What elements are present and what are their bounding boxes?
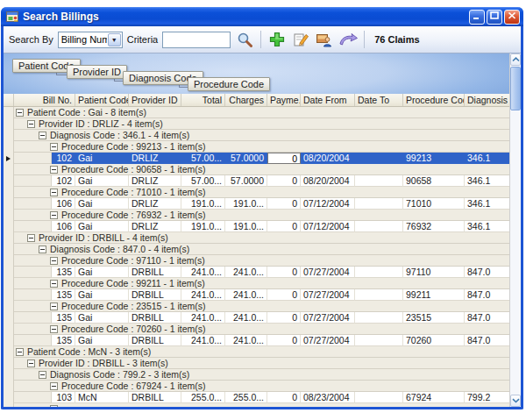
cell-charges[interactable]: 241.0... (225, 312, 267, 324)
cell-date-to[interactable] (355, 175, 403, 187)
cell-date-from[interactable]: 08/20/2004 (301, 153, 355, 164)
cell-date-from[interactable]: 08/20/2004 (301, 175, 355, 187)
cell-total[interactable]: 57.00... (181, 175, 225, 187)
group-by-box-provider-id[interactable]: Provider ID (67, 65, 127, 79)
cell-date-from[interactable]: 07/27/2004 (301, 312, 355, 324)
cell-charges[interactable]: 57.0000 (225, 175, 267, 187)
cell-date-from[interactable]: 07/12/2004 (301, 221, 355, 232)
column-header-diagnosis-code[interactable]: Diagnosis Code (465, 94, 510, 106)
cell-date-from[interactable]: 07/27/2004 (301, 289, 355, 301)
cell-date-to[interactable] (355, 267, 403, 278)
group-row-band[interactable]: Procedure Code : 71010 - 1 item(s) (14, 187, 510, 198)
collapse-expand-box[interactable] (39, 246, 46, 253)
collapse-expand-box[interactable] (50, 325, 58, 333)
cell-date-to[interactable] (355, 221, 403, 232)
column-header-provider-id[interactable]: Provider ID (129, 94, 181, 106)
group-row[interactable]: Patient Code : Gai - 8 item(s) (4, 107, 510, 118)
cell-total[interactable]: 57.00... (181, 153, 225, 164)
column-header-procedure-code[interactable]: Procedure Code (403, 94, 465, 106)
group-row[interactable]: Diagnosis Code : 847.0 - 4 item(s) (4, 244, 510, 255)
cell-payme[interactable]: 0 (267, 312, 301, 324)
cell-bill-no[interactable]: 135 (52, 267, 75, 278)
cell-provider-id[interactable]: DRBILL (129, 267, 181, 278)
add-button[interactable] (267, 30, 287, 49)
cell-bill-no[interactable]: 106 (52, 221, 75, 232)
group-row-band[interactable]: Procedure Code : 76932 - 1 item(s) (14, 210, 510, 221)
column-header-payme[interactable]: Payme... (267, 94, 301, 106)
group-row-band[interactable]: Procedure Code : 97110 - 1 item(s) (14, 255, 510, 267)
scroll-up-button[interactable] (510, 53, 521, 66)
cell-total[interactable]: 241.0... (181, 289, 225, 301)
group-row-band[interactable]: Patient Code : Gai - 8 item(s) (14, 107, 510, 118)
cell-charges[interactable]: 241.0... (225, 335, 267, 346)
cell-date-to[interactable] (355, 153, 403, 164)
group-row-band[interactable] (14, 403, 510, 407)
cell-total[interactable]: 191.0... (181, 221, 225, 232)
cell-provider-id[interactable]: DRLIZ (129, 198, 181, 210)
group-row-band[interactable]: Patient Code : McN - 3 item(s) (14, 346, 510, 358)
group-row-band[interactable]: Provider ID : DRBILL - 4 item(s) (14, 232, 510, 244)
cell-charges[interactable]: 191.0... (225, 221, 267, 232)
cell-diagnosis-code[interactable]: 346.1 (465, 221, 510, 232)
group-row[interactable]: Provider ID : DRLIZ - 4 item(s) (4, 118, 510, 130)
group-row[interactable]: Procedure Code : 90658 - 1 item(s) (4, 164, 510, 175)
edit-button[interactable] (291, 30, 310, 49)
cell-diagnosis-code[interactable]: 847.0 (465, 312, 510, 324)
cell-payme[interactable]: 0 (267, 221, 301, 232)
cell-total[interactable]: 255.0... (181, 392, 225, 403)
cell-provider-id[interactable]: DRBILL (129, 312, 181, 324)
group-row[interactable]: Procedure Code : 76932 - 1 item(s) (4, 210, 510, 221)
collapse-expand-box[interactable] (16, 348, 24, 356)
collapse-expand-box[interactable] (27, 234, 35, 242)
data-row[interactable]: 103McNDRBILL255.0...255.0...008/23/20046… (4, 392, 510, 403)
cell-provider-id[interactable]: DRBILL (129, 335, 181, 346)
cell-total[interactable]: 191.0... (181, 198, 225, 210)
cell-date-to[interactable] (355, 392, 403, 403)
collapse-expand-box[interactable] (50, 280, 58, 288)
data-row[interactable]: 106GaiDRLIZ191.0...191.0...007/12/200476… (4, 221, 510, 232)
group-row-band[interactable]: Provider ID : DRBILL - 3 item(s) (14, 358, 510, 369)
cell-patient-code[interactable]: Gai (75, 153, 129, 164)
collapse-expand-box[interactable] (27, 359, 35, 367)
column-header-date-to[interactable]: Date To (355, 94, 403, 106)
group-row[interactable] (4, 403, 510, 407)
group-row[interactable]: Diagnosis Code : 346.1 - 4 item(s) (4, 130, 510, 141)
collapse-expand-box[interactable] (27, 120, 35, 128)
cell-payme[interactable]: 0 (267, 289, 301, 301)
group-row-band[interactable]: Provider ID : DRLIZ - 4 item(s) (14, 118, 510, 130)
cell-provider-id[interactable]: DRBILL (129, 289, 181, 301)
group-row-band[interactable]: Procedure Code : 99211 - 1 item(s) (14, 278, 510, 289)
cell-bill-no[interactable]: 102 (52, 175, 75, 187)
collapse-expand-box[interactable] (16, 109, 24, 117)
cell-provider-id[interactable]: DRLIZ (129, 221, 181, 232)
column-header-bill-no[interactable]: Bill No. (14, 94, 75, 106)
group-row-band[interactable]: Diagnosis Code : 799.2 - 3 item(s) (14, 369, 510, 381)
group-row[interactable]: Procedure Code : 97110 - 1 item(s) (4, 255, 510, 267)
cell-charges[interactable]: 241.0... (225, 289, 267, 301)
cell-procedure-code[interactable]: 23515 (403, 312, 465, 324)
vertical-scrollbar[interactable] (509, 53, 521, 407)
chevron-down-icon[interactable]: ▼ (108, 33, 121, 46)
maximize-button[interactable] (487, 10, 502, 25)
collapse-expand-box[interactable] (50, 405, 58, 408)
cell-bill-no[interactable]: 135 (52, 289, 75, 301)
cell-patient-code[interactable]: Gai (75, 267, 129, 278)
group-row-band[interactable]: Procedure Code : 90658 - 1 item(s) (14, 164, 510, 175)
collapse-expand-box[interactable] (50, 143, 58, 151)
cell-total[interactable]: 241.0... (181, 312, 225, 324)
group-row-band[interactable]: Procedure Code : 70260 - 1 item(s) (14, 324, 510, 335)
group-row-band[interactable]: Procedure Code : 99213 - 1 item(s) (14, 141, 510, 153)
cell-patient-code[interactable]: McN (75, 392, 129, 403)
cell-date-to[interactable] (355, 289, 403, 301)
collapse-expand-box[interactable] (50, 166, 58, 174)
cell-payme[interactable]: 0 (267, 335, 301, 346)
cell-bill-no[interactable]: 106 (52, 198, 75, 210)
column-header-total[interactable]: Total (181, 94, 225, 106)
group-row-band[interactable]: Diagnosis Code : 847.0 - 4 item(s) (14, 244, 510, 255)
cell-payme[interactable]: 0 (267, 175, 301, 187)
cell-charges[interactable]: 241.0... (225, 267, 267, 278)
data-row[interactable]: 135GaiDRBILL241.0...241.0...007/27/20049… (4, 267, 510, 278)
cell-date-from[interactable]: 07/12/2004 (301, 198, 355, 210)
group-row-band[interactable]: Procedure Code : 23515 - 1 item(s) (14, 301, 510, 312)
column-header-charges[interactable]: Charges (225, 94, 267, 106)
